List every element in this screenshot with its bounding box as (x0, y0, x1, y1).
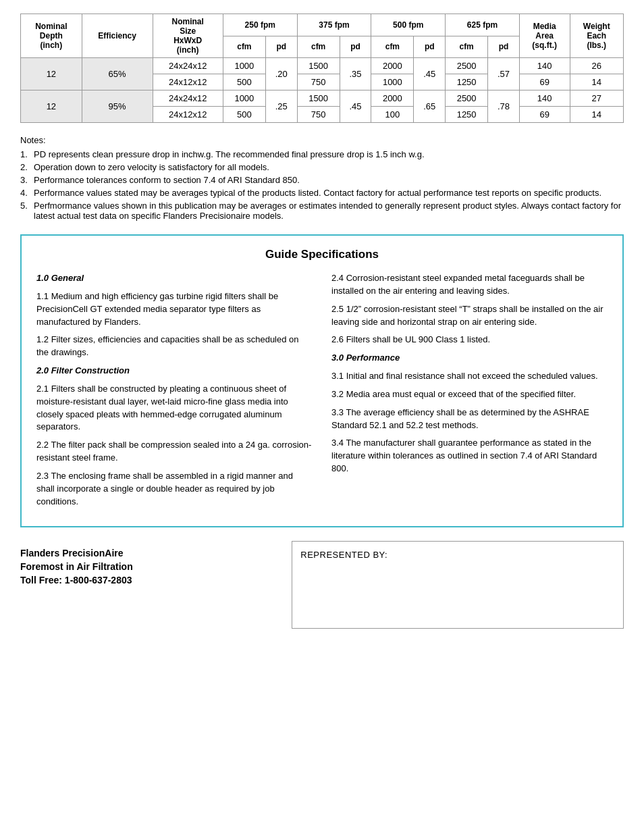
footer-left: Flanders PrecisionAire Foremost in Air F… (20, 541, 292, 629)
section-item-2-2: 2.2 The filter pack shall be compression… (36, 439, 313, 465)
td-500cfm-2b: 100 (371, 107, 414, 123)
th-375-pd: pd (340, 36, 371, 58)
th-375fpm: 375 fpm (297, 14, 371, 36)
section-item-3-2: 3.2 Media area must equal or exceed that… (331, 388, 608, 401)
td-500cfm-1b: 1000 (371, 74, 414, 90)
rep-label: REPRESENTED BY: (300, 550, 387, 560)
td-depth-1: 12 (21, 58, 82, 90)
toll-free: Toll Free: 1-800-637-2803 (20, 575, 292, 585)
section-item-2-3: 2.3 The enclosing frame shall be assembl… (36, 470, 313, 509)
th-250-cfm: cfm (223, 36, 265, 58)
th-weight-each: WeightEach(lbs.) (570, 14, 623, 58)
th-efficiency: Efficiency (82, 14, 153, 58)
td-500cfm-2a: 2000 (371, 90, 414, 107)
td-media-1a: 140 (519, 58, 570, 74)
section-item-2-1: 2.1 Filters shall be constructed by plea… (36, 383, 313, 434)
td-375pd-2: .45 (340, 90, 371, 123)
note-2: 2.Operation down to zero velocity is sat… (20, 162, 624, 172)
td-efficiency-1: 65% (82, 58, 153, 90)
td-media-2b: 69 (519, 107, 570, 123)
td-size-1a: 24x24x12 (153, 58, 223, 74)
table-row: 12 95% 24x24x12 1000 .25 1500 .45 2000 .… (21, 90, 624, 107)
section-item-3-1: 3.1 Initial and final resistance shall n… (331, 370, 608, 383)
section-item-3-4: 3.4 The manufacturer shall guarantee per… (331, 437, 608, 475)
section-item-1-1: 1.1 Medium and high efficiency gas turbi… (36, 290, 313, 329)
section-heading-2: 2.0 Filter Construction (36, 365, 313, 377)
th-250-pd: pd (265, 36, 297, 58)
td-625cfm-2a: 2500 (446, 90, 488, 107)
th-500fpm: 500 fpm (371, 14, 446, 36)
performance-table: NominalDepth(inch) Efficiency NominalSiz… (20, 14, 624, 123)
notes-list: 1.PD represents clean pressure drop in i… (20, 149, 624, 221)
td-625cfm-2b: 1250 (446, 107, 488, 123)
section-item-1-2: 1.2 Filter sizes, efficiencies and capac… (36, 334, 313, 359)
td-250cfm-1b: 500 (223, 74, 265, 90)
section-item-2-6: 2.6 Filters shall be UL 900 Class 1 list… (331, 334, 608, 346)
tagline: Foremost in Air Filtration (20, 561, 292, 572)
note-5: 5.Perfmormance values shown in this publ… (20, 201, 624, 221)
company-name: Flanders PrecisionAire (20, 548, 292, 558)
td-250cfm-1a: 1000 (223, 58, 265, 74)
note-3: 3.Performance tolerances conform to sect… (20, 175, 624, 185)
section-item-3-3: 3.3 The average efficiency shall be as d… (331, 407, 608, 432)
th-media-area: MediaArea(sq.ft.) (519, 14, 570, 58)
td-500cfm-1a: 2000 (371, 58, 414, 74)
th-625fpm: 625 fpm (446, 14, 520, 36)
note-1: 1.PD represents clean pressure drop in i… (20, 149, 624, 159)
td-625pd-1: .57 (488, 58, 520, 90)
td-500pd-1: .45 (414, 58, 446, 90)
td-250cfm-2a: 1000 (223, 90, 265, 107)
section-heading-1: 1.0 General (36, 272, 313, 285)
td-size-2a: 24x24x12 (153, 90, 223, 107)
td-250pd-2: .25 (265, 90, 297, 123)
td-depth-2: 12 (21, 90, 82, 123)
td-250cfm-2b: 500 (223, 107, 265, 123)
td-efficiency-2: 95% (82, 90, 153, 123)
th-nominal-depth: NominalDepth(inch) (21, 14, 82, 58)
td-375pd-1: .35 (340, 58, 371, 90)
td-media-2a: 140 (519, 90, 570, 107)
guide-specs-box: Guide Specifications 1.0 General 1.1 Med… (20, 234, 624, 527)
td-375cfm-2b: 750 (297, 107, 340, 123)
table-row: 12 65% 24x24x12 1000 .20 1500 .35 2000 .… (21, 58, 624, 74)
section-heading-3: 3.0 Performance (331, 352, 608, 365)
th-nominal-size: NominalSizeHxWxD(inch) (153, 14, 223, 58)
td-250pd-1: .20 (265, 58, 297, 90)
td-weight-1a: 26 (570, 58, 623, 74)
td-media-1b: 69 (519, 74, 570, 90)
th-250fpm: 250 fpm (223, 14, 297, 36)
td-625pd-2: .78 (488, 90, 520, 123)
note-4: 4.Performance values stated may be avera… (20, 188, 624, 198)
td-625cfm-1b: 1250 (446, 74, 488, 90)
td-weight-2a: 27 (570, 90, 623, 107)
th-375-cfm: cfm (297, 36, 340, 58)
td-weight-2b: 14 (570, 107, 623, 123)
notes-section: Notes: 1.PD represents clean pressure dr… (20, 135, 624, 221)
notes-title: Notes: (20, 135, 624, 145)
td-size-2b: 24x12x12 (153, 107, 223, 123)
section-item-2-4: 2.4 Corrosion-resistant steel expanded m… (331, 272, 608, 298)
td-500pd-2: .65 (414, 90, 446, 123)
th-500-pd: pd (414, 36, 446, 58)
th-625-cfm: cfm (446, 36, 488, 58)
td-375cfm-2a: 1500 (297, 90, 340, 107)
guide-specs-columns: 1.0 General 1.1 Medium and high efficien… (36, 272, 608, 514)
td-375cfm-1a: 1500 (297, 58, 340, 74)
td-weight-1b: 14 (570, 74, 623, 90)
guide-specs-left-col: 1.0 General 1.1 Medium and high efficien… (36, 272, 313, 514)
th-625-pd: pd (488, 36, 520, 58)
td-size-1b: 24x12x12 (153, 74, 223, 90)
footer-right: REPRESENTED BY: (292, 541, 624, 629)
th-500-cfm: cfm (371, 36, 414, 58)
guide-specs-right-col: 2.4 Corrosion-resistant steel expanded m… (331, 272, 608, 514)
section-item-2-5: 2.5 1/2” corrosion-resistant steel “T” s… (331, 303, 608, 329)
guide-specs-title: Guide Specifications (36, 248, 608, 261)
footer-section: Flanders PrecisionAire Foremost in Air F… (20, 541, 624, 629)
td-375cfm-1b: 750 (297, 74, 340, 90)
td-625cfm-1a: 2500 (446, 58, 488, 74)
